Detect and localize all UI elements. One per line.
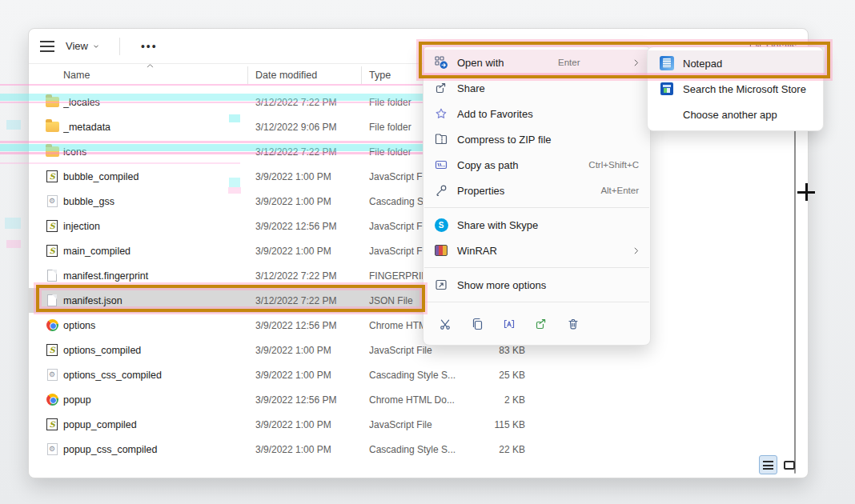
copy-icon xyxy=(471,318,484,330)
menu-item-properties[interactable]: PropertiesAlt+Enter xyxy=(423,178,650,203)
menu-lines-icon[interactable] xyxy=(40,41,54,52)
winrar-icon xyxy=(433,245,449,256)
menu-item-add-to-favorites[interactable]: Add to Favorites xyxy=(423,101,650,126)
copy-path-icon xyxy=(433,158,449,171)
file-row-options_css_compiled[interactable]: options_css_compiled3/9/2022 1:00 PMCasc… xyxy=(29,362,541,387)
delete-button[interactable] xyxy=(563,314,584,334)
file-date-modified: 3/9/2022 12:56 PM xyxy=(255,394,363,406)
file-name: _metadata xyxy=(63,122,241,133)
file-type: Chrome HTML Do... xyxy=(369,394,464,406)
menu-item-label: Properties xyxy=(457,185,504,197)
file-date-modified: 3/9/2022 1:00 PM xyxy=(255,444,363,455)
trash-icon xyxy=(567,318,580,330)
rename-button[interactable] xyxy=(499,314,520,334)
file-name: options_compiled xyxy=(63,345,241,356)
menu-item-winrar[interactable]: WinRAR xyxy=(423,238,650,263)
chevron-down-icon xyxy=(92,42,100,50)
menu-item-share-with-skype[interactable]: Share with Skype xyxy=(423,212,650,238)
cut-icon xyxy=(439,318,452,330)
file-type: Cascading Style S... xyxy=(369,370,464,381)
quick-actions-row xyxy=(423,306,650,342)
file-date-modified: 3/12/2022 7:22 PM xyxy=(255,270,363,282)
rename-icon xyxy=(503,318,516,330)
column-header-date-modified[interactable]: Date modified xyxy=(255,70,317,81)
share-icon xyxy=(433,82,449,94)
file-name: options xyxy=(63,320,241,331)
menu-separator xyxy=(424,267,649,268)
file-icon xyxy=(45,270,59,282)
glitch-artifact xyxy=(6,240,21,248)
sort-ascending-icon xyxy=(146,62,155,69)
glitch-artifact xyxy=(5,218,21,229)
menu-shortcut: Alt+Enter xyxy=(600,186,639,195)
file-name: icons xyxy=(63,146,241,158)
menu-item-label: Share with Skype xyxy=(457,219,538,231)
menu-item-label: Share xyxy=(457,82,485,94)
menu-item-label: Add to Favorites xyxy=(457,108,533,120)
file-date-modified: 3/9/2022 1:00 PM xyxy=(255,171,363,182)
plus-cursor xyxy=(797,183,815,201)
js-icon xyxy=(45,220,59,233)
column-divider[interactable] xyxy=(247,66,248,84)
folder-icon xyxy=(45,146,59,158)
file-date-modified: 3/9/2022 1:00 PM xyxy=(255,419,363,430)
file-size: 115 KB xyxy=(468,419,525,430)
details-view-button[interactable] xyxy=(759,455,777,474)
context-menu: Open withEnterShareAdd to FavoritesCompr… xyxy=(423,46,651,346)
glitch-artifact xyxy=(6,120,21,130)
menu-item-show-more-options[interactable]: Show more options xyxy=(423,272,650,298)
submenu-item-choose-another-app[interactable]: Choose another app xyxy=(648,102,823,127)
menu-item-label: Copy as path xyxy=(457,159,519,171)
submenu-item-label: Search the Microsoft Store xyxy=(683,83,806,95)
file-date-modified: 3/9/2022 1:00 PM xyxy=(255,345,363,356)
chrome-icon xyxy=(45,394,59,406)
column-divider[interactable] xyxy=(361,66,362,84)
menu-item-share[interactable]: Share xyxy=(423,75,650,101)
file-name: manifest.fingerprint xyxy=(63,270,241,282)
see-more-button[interactable]: ••• xyxy=(134,38,164,54)
js-icon xyxy=(45,418,59,431)
css-icon xyxy=(45,369,59,382)
file-name: bubble_gss xyxy=(63,196,241,207)
file-name: _locales xyxy=(63,97,241,108)
js-icon xyxy=(45,344,59,357)
file-type: JavaScript File xyxy=(369,345,464,356)
thumbnail-view-button[interactable] xyxy=(780,455,798,474)
file-date-modified: 3/9/2022 12:56 PM xyxy=(255,221,363,232)
file-date-modified: 3/9/2022 1:00 PM xyxy=(255,196,363,207)
chrome-icon xyxy=(45,319,59,332)
store-icon xyxy=(659,82,675,95)
js-icon xyxy=(45,170,59,183)
copy-button[interactable] xyxy=(467,314,488,334)
submenu-item-search-the-microsoft-store[interactable]: Search the Microsoft Store xyxy=(648,76,823,102)
menu-item-compress-to-zip-file[interactable]: Compress to ZIP file xyxy=(423,126,650,152)
cut-button[interactable] xyxy=(435,314,456,334)
menu-item-label: WinRAR xyxy=(457,245,497,257)
screenshot-stage: View ••• Details Name Date modified Type… xyxy=(0,0,855,504)
column-header-name[interactable]: Name xyxy=(63,70,90,81)
file-date-modified: 3/9/2022 1:00 PM xyxy=(255,370,363,381)
css-icon xyxy=(45,443,59,456)
annotation-box-open-with xyxy=(419,42,830,78)
column-header-type[interactable]: Type xyxy=(369,70,391,81)
css-icon xyxy=(45,195,59,208)
zip-icon xyxy=(433,133,449,146)
file-type: JavaScript File xyxy=(369,419,464,430)
menu-item-copy-as-path[interactable]: Copy as pathCtrl+Shift+C xyxy=(423,152,650,178)
file-row-popup_compiled[interactable]: popup_compiled3/9/2022 1:00 PMJavaScript… xyxy=(29,412,541,437)
menu-item-label: Show more options xyxy=(457,279,546,291)
file-row-popup_css_compiled[interactable]: popup_css_compiled3/9/2022 1:00 PMCascad… xyxy=(29,437,541,462)
star-icon xyxy=(433,107,449,120)
menu-shortcut: Ctrl+Shift+C xyxy=(588,160,639,170)
file-type: Cascading Style S... xyxy=(369,444,464,455)
file-size: 22 KB xyxy=(468,444,525,455)
file-name: popup_compiled xyxy=(63,419,241,430)
view-button[interactable]: View xyxy=(61,37,105,55)
skype-icon xyxy=(433,218,449,232)
share-button[interactable] xyxy=(531,314,552,334)
view-label: View xyxy=(66,40,88,52)
annotation-box-manifest-json xyxy=(36,285,425,312)
submenu-item-label: Choose another app xyxy=(683,109,777,121)
file-row-popup[interactable]: popup3/9/2022 12:56 PMChrome HTML Do...2… xyxy=(29,387,541,412)
menu-separator xyxy=(424,302,649,302)
